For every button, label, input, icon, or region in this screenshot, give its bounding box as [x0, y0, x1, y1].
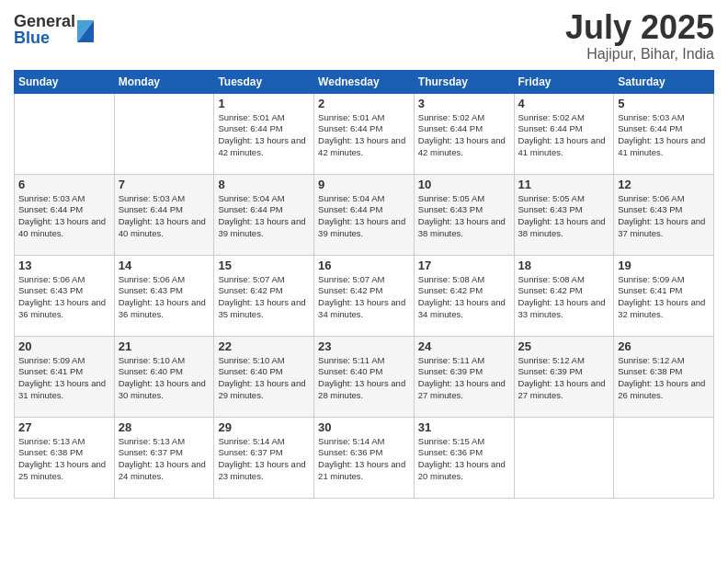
day-info: Sunrise: 5:06 AMSunset: 6:43 PMDaylight:… — [618, 193, 710, 240]
page: General Blue July 2025 Hajipur, Bihar, I… — [0, 0, 728, 563]
calendar-cell: 18 Sunrise: 5:08 AMSunset: 6:42 PMDaylig… — [514, 255, 614, 336]
calendar-cell: 8 Sunrise: 5:04 AMSunset: 6:44 PMDayligh… — [214, 174, 314, 255]
day-number: 4 — [518, 97, 610, 110]
calendar: Sunday Monday Tuesday Wednesday Thursday… — [14, 70, 714, 499]
day-number: 23 — [318, 339, 410, 353]
calendar-cell: 24 Sunrise: 5:11 AMSunset: 6:39 PMDaylig… — [414, 336, 514, 417]
day-number: 24 — [418, 339, 510, 353]
calendar-cell: 21 Sunrise: 5:10 AMSunset: 6:40 PMDaylig… — [114, 336, 214, 417]
calendar-cell: 19 Sunrise: 5:09 AMSunset: 6:41 PMDaylig… — [614, 255, 714, 336]
day-number: 9 — [318, 178, 410, 191]
day-info: Sunrise: 5:11 AMSunset: 6:39 PMDaylight:… — [418, 355, 510, 402]
calendar-cell: 1 Sunrise: 5:01 AMSunset: 6:44 PMDayligh… — [214, 93, 314, 174]
calendar-cell: 29 Sunrise: 5:14 AMSunset: 6:37 PMDaylig… — [214, 417, 314, 498]
day-number: 20 — [18, 339, 110, 353]
calendar-cell: 25 Sunrise: 5:12 AMSunset: 6:39 PMDaylig… — [514, 336, 614, 417]
calendar-cell: 17 Sunrise: 5:08 AMSunset: 6:42 PMDaylig… — [414, 255, 514, 336]
calendar-cell: 11 Sunrise: 5:05 AMSunset: 6:43 PMDaylig… — [514, 174, 614, 255]
calendar-cell — [15, 93, 115, 174]
logo-text: General Blue — [14, 13, 75, 46]
logo-icon — [77, 17, 94, 42]
location: Hajipur, Bihar, India — [565, 46, 714, 63]
calendar-week-1: 1 Sunrise: 5:01 AMSunset: 6:44 PMDayligh… — [15, 93, 714, 174]
calendar-cell — [614, 417, 714, 498]
day-number: 22 — [218, 339, 310, 353]
calendar-cell: 23 Sunrise: 5:11 AMSunset: 6:40 PMDaylig… — [314, 336, 415, 417]
day-number: 12 — [618, 178, 710, 191]
col-saturday: Saturday — [614, 70, 714, 93]
day-info: Sunrise: 5:15 AMSunset: 6:36 PMDaylight:… — [418, 436, 510, 483]
logo-general: General — [14, 13, 75, 29]
day-number: 21 — [119, 339, 210, 353]
calendar-cell: 14 Sunrise: 5:06 AMSunset: 6:43 PMDaylig… — [114, 255, 214, 336]
day-number: 17 — [418, 259, 510, 272]
day-number: 10 — [418, 178, 510, 191]
title-section: July 2025 Hajipur, Bihar, India — [565, 9, 714, 63]
day-number: 3 — [418, 97, 510, 110]
day-number: 18 — [518, 259, 610, 272]
day-info: Sunrise: 5:02 AMSunset: 6:44 PMDaylight:… — [418, 112, 510, 159]
day-info: Sunrise: 5:14 AMSunset: 6:36 PMDaylight:… — [318, 436, 410, 483]
calendar-week-2: 6 Sunrise: 5:03 AMSunset: 6:44 PMDayligh… — [15, 174, 714, 255]
day-number: 26 — [618, 339, 710, 353]
day-info: Sunrise: 5:10 AMSunset: 6:40 PMDaylight:… — [218, 355, 310, 402]
day-info: Sunrise: 5:08 AMSunset: 6:42 PMDaylight:… — [418, 274, 510, 321]
calendar-cell: 12 Sunrise: 5:06 AMSunset: 6:43 PMDaylig… — [614, 174, 714, 255]
day-number: 7 — [119, 178, 210, 191]
day-info: Sunrise: 5:13 AMSunset: 6:38 PMDaylight:… — [18, 436, 110, 483]
day-number: 14 — [119, 259, 210, 272]
calendar-cell — [514, 417, 614, 498]
day-info: Sunrise: 5:13 AMSunset: 6:37 PMDaylight:… — [119, 436, 210, 483]
day-number: 1 — [218, 97, 310, 110]
calendar-cell: 28 Sunrise: 5:13 AMSunset: 6:37 PMDaylig… — [114, 417, 214, 498]
day-info: Sunrise: 5:03 AMSunset: 6:44 PMDaylight:… — [119, 193, 210, 240]
day-info: Sunrise: 5:07 AMSunset: 6:42 PMDaylight:… — [318, 274, 410, 321]
logo-blue: Blue — [14, 29, 75, 46]
calendar-cell: 5 Sunrise: 5:03 AMSunset: 6:44 PMDayligh… — [614, 93, 714, 174]
day-info: Sunrise: 5:01 AMSunset: 6:44 PMDaylight:… — [318, 112, 410, 159]
calendar-week-3: 13 Sunrise: 5:06 AMSunset: 6:43 PMDaylig… — [15, 255, 714, 336]
day-number: 16 — [318, 259, 410, 272]
day-number: 19 — [618, 259, 710, 272]
day-info: Sunrise: 5:03 AMSunset: 6:44 PMDaylight:… — [18, 193, 110, 240]
calendar-cell: 10 Sunrise: 5:05 AMSunset: 6:43 PMDaylig… — [414, 174, 514, 255]
calendar-cell: 4 Sunrise: 5:02 AMSunset: 6:44 PMDayligh… — [514, 93, 614, 174]
calendar-cell: 20 Sunrise: 5:09 AMSunset: 6:41 PMDaylig… — [15, 336, 115, 417]
calendar-cell: 2 Sunrise: 5:01 AMSunset: 6:44 PMDayligh… — [314, 93, 415, 174]
day-number: 2 — [318, 97, 410, 110]
calendar-week-5: 27 Sunrise: 5:13 AMSunset: 6:38 PMDaylig… — [15, 417, 714, 498]
header: General Blue July 2025 Hajipur, Bihar, I… — [14, 9, 714, 63]
day-info: Sunrise: 5:07 AMSunset: 6:42 PMDaylight:… — [218, 274, 310, 321]
day-number: 25 — [518, 339, 610, 353]
calendar-cell: 15 Sunrise: 5:07 AMSunset: 6:42 PMDaylig… — [214, 255, 314, 336]
col-tuesday: Tuesday — [214, 70, 314, 93]
day-number: 28 — [119, 420, 210, 434]
day-number: 5 — [618, 97, 710, 110]
day-info: Sunrise: 5:03 AMSunset: 6:44 PMDaylight:… — [618, 112, 710, 159]
day-number: 8 — [218, 178, 310, 191]
calendar-cell: 27 Sunrise: 5:13 AMSunset: 6:38 PMDaylig… — [15, 417, 115, 498]
calendar-cell: 30 Sunrise: 5:14 AMSunset: 6:36 PMDaylig… — [314, 417, 415, 498]
day-number: 30 — [318, 420, 410, 434]
day-info: Sunrise: 5:06 AMSunset: 6:43 PMDaylight:… — [119, 274, 210, 321]
day-number: 6 — [18, 178, 110, 191]
day-info: Sunrise: 5:06 AMSunset: 6:43 PMDaylight:… — [18, 274, 110, 321]
calendar-cell: 31 Sunrise: 5:15 AMSunset: 6:36 PMDaylig… — [414, 417, 514, 498]
day-info: Sunrise: 5:12 AMSunset: 6:39 PMDaylight:… — [518, 355, 610, 402]
col-monday: Monday — [114, 70, 214, 93]
day-number: 13 — [18, 259, 110, 272]
day-info: Sunrise: 5:05 AMSunset: 6:43 PMDaylight:… — [418, 193, 510, 240]
month-title: July 2025 — [565, 9, 714, 46]
day-info: Sunrise: 5:09 AMSunset: 6:41 PMDaylight:… — [618, 274, 710, 321]
day-info: Sunrise: 5:01 AMSunset: 6:44 PMDaylight:… — [218, 112, 310, 159]
col-sunday: Sunday — [15, 70, 115, 93]
calendar-cell: 9 Sunrise: 5:04 AMSunset: 6:44 PMDayligh… — [314, 174, 415, 255]
day-info: Sunrise: 5:04 AMSunset: 6:44 PMDaylight:… — [218, 193, 310, 240]
calendar-cell: 16 Sunrise: 5:07 AMSunset: 6:42 PMDaylig… — [314, 255, 415, 336]
calendar-week-4: 20 Sunrise: 5:09 AMSunset: 6:41 PMDaylig… — [15, 336, 714, 417]
calendar-cell: 26 Sunrise: 5:12 AMSunset: 6:38 PMDaylig… — [614, 336, 714, 417]
day-number: 29 — [218, 420, 310, 434]
day-info: Sunrise: 5:08 AMSunset: 6:42 PMDaylight:… — [518, 274, 610, 321]
day-info: Sunrise: 5:05 AMSunset: 6:43 PMDaylight:… — [518, 193, 610, 240]
day-info: Sunrise: 5:10 AMSunset: 6:40 PMDaylight:… — [119, 355, 210, 402]
